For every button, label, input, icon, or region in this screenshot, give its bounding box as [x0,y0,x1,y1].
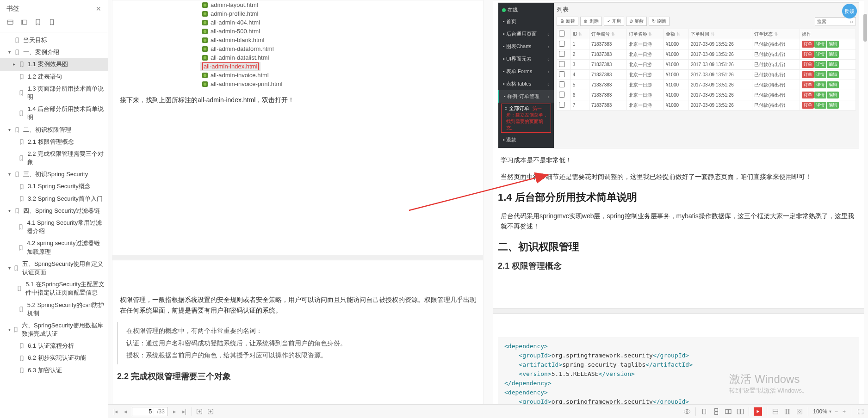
row-checkbox[interactable] [559,71,565,77]
admin-nav-item[interactable]: ▪ UI界面元素‹ [498,53,554,65]
admin-nav-item[interactable]: ▪ 表格 tables‹ [498,78,554,90]
fit-page-icon[interactable] [784,408,791,415]
vertical-scrollbar[interactable] [863,0,867,404]
bookmark-item[interactable]: 当天目标 [0,34,108,46]
bookmark-item[interactable]: 3.2 Spring Security简单入门 [0,193,108,205]
row-action-button[interactable]: 订单 [802,92,814,98]
admin-nav-item[interactable]: ○ 全部订单 第一步：建立左侧菜单，找到需要的页面填充。 [501,104,551,133]
bookmark-item[interactable]: 6.3 加密认证 [0,364,108,376]
fullscreen-icon[interactable] [857,408,864,415]
bookmark-collapse-icon[interactable] [20,18,28,27]
bookmark-item[interactable]: 1.4 后台部分所用技术简单说明 [0,103,108,123]
row-checkbox[interactable] [559,51,565,57]
page-viewport[interactable]: admin-layout.htmladmin-profile.htmlall-a… [108,0,868,404]
search-icon[interactable]: ⌕ [848,18,856,25]
row-checkbox[interactable] [559,92,565,98]
row-action-button[interactable]: 订单 [802,102,814,109]
zoom-out-button[interactable]: − [833,408,839,415]
row-checkbox[interactable] [559,81,565,87]
row-action-button[interactable]: 编辑 [827,51,839,58]
row-action-button[interactable]: 编辑 [827,81,839,88]
row-action-button[interactable]: 编辑 [827,41,839,48]
zoom-in-button[interactable]: + [841,408,847,415]
row-checkbox[interactable] [559,61,565,67]
layout-two-page-icon[interactable] [725,408,732,415]
bookmark-item[interactable]: ▸1.1 案例效果图 [0,58,108,70]
admin-nav-item[interactable]: ▪ 退款 [498,134,554,146]
zoom-dropdown-icon[interactable]: ▾ [829,409,831,414]
row-action-button[interactable]: 编辑 [827,61,839,68]
bookmark-item[interactable]: ▾四、Spring Security过滤器链 [0,205,108,217]
row-action-button[interactable]: 详情 [814,81,826,88]
bookmark-item[interactable]: 1.3 页面部分所用技术简单说明 [0,83,108,103]
admin-toolbar-button[interactable]: 🗑 删除 [580,17,602,26]
table-header: 订单名称 ⇅ [626,29,664,39]
row-action-button[interactable]: 编辑 [827,92,839,98]
row-action-button[interactable]: 订单 [802,71,814,78]
admin-nav-item[interactable]: ▪ 样例-订单管理‹ [498,90,554,103]
bookmark-item[interactable]: 2.2 完成权限管理需要三个对象 [0,148,108,168]
bookmark-item[interactable]: ▾三、初识Spring Security [0,168,108,180]
bookmark-icon[interactable] [34,18,42,27]
bookmark-item[interactable]: 5.1 在SpringSecurity主配置文件中指定认证页面配置信息 [0,278,108,299]
admin-search-input[interactable] [815,18,848,25]
file-item: all-admin-404.html [200,18,478,27]
bookmark-item[interactable]: ▾二、初识权限管理 [0,124,108,136]
last-page-button[interactable]: ▸| [181,408,188,415]
row-action-button[interactable]: 订单 [802,81,814,88]
bookmark-item[interactable]: 4.2 spring security过滤器链加载原理 [0,237,108,258]
play-button[interactable] [754,407,762,416]
feedback-button[interactable]: 反馈 [842,4,857,18]
row-action-button[interactable]: 订单 [802,41,814,48]
add-box-plus-icon[interactable] [207,408,214,415]
close-icon[interactable]: ✕ [96,5,101,12]
row-checkbox[interactable] [559,102,565,108]
add-box-icon[interactable] [196,408,203,415]
bookmark-item[interactable]: ▾五、SpringSecurity使用自定义认证页面 [0,258,108,278]
row-action-button[interactable]: 编辑 [827,102,839,109]
layout-single-icon[interactable] [701,408,708,415]
select-all-checkbox[interactable] [559,31,565,37]
bookmark-item[interactable]: 1.2 建表语句 [0,71,108,83]
admin-toolbar-button[interactable]: 🗎 新建 [557,17,578,26]
row-action-button[interactable]: 详情 [814,102,826,109]
bookmark-item[interactable]: 3.1 Spring Security概念 [0,180,108,192]
html-file-icon [202,46,208,52]
bookmark-item[interactable]: 4.1 Spring Security常用过滤器介绍 [0,217,108,237]
admin-nav-item[interactable]: ▪ 首页 [498,15,554,28]
bookmark-item[interactable]: ▾一、案例介绍 [0,46,108,58]
first-page-button[interactable]: |◂ [112,408,119,415]
bookmark-item[interactable]: ▾六、SpringSecurity使用数据库数据完成认证 [0,320,108,340]
admin-toolbar-button[interactable]: ⊘ 屏蔽 [626,17,647,26]
bookmark-item[interactable]: 2.1 权限管理概念 [0,136,108,148]
bookmarks-tree[interactable]: 当天目标▾一、案例介绍▸1.1 案例效果图1.2 建表语句1.3 页面部分所用技… [0,32,108,418]
admin-nav-item[interactable]: ▪ 表单 Forms‹ [498,65,554,78]
row-action-button[interactable]: 详情 [814,71,826,78]
bookmark-expand-icon[interactable] [6,18,14,27]
page-number-input[interactable] [132,408,154,415]
layout-continuous-icon[interactable] [713,408,720,415]
fit-actual-icon[interactable] [796,408,803,415]
fit-width-icon[interactable] [772,408,779,415]
page-number-box[interactable]: /33 [132,407,168,416]
row-action-button[interactable]: 详情 [814,41,826,48]
row-action-button[interactable]: 详情 [814,51,826,58]
layout-book-icon[interactable] [737,408,744,415]
admin-nav-item[interactable]: ▪ 图表Charts‹ [498,40,554,53]
row-action-button[interactable]: 详情 [814,92,826,98]
row-action-button[interactable]: 订单 [802,51,814,58]
admin-nav-item[interactable]: ▪ 后台通用页面‹ [498,28,554,40]
bookmark-item[interactable]: 6.2 初步实现认证功能 [0,352,108,364]
bookmark-item[interactable]: 5.2 SpringSecurity的csrf防护机制 [0,299,108,320]
bookmark-ribbon-icon[interactable] [48,18,56,27]
admin-toolbar-button[interactable]: ↻ 刷新 [649,17,670,26]
eye-icon[interactable] [683,408,691,415]
row-action-button[interactable]: 详情 [814,61,826,68]
prev-page-button[interactable]: ◂ [123,408,128,415]
row-action-button[interactable]: 订单 [802,61,814,68]
bookmark-item[interactable]: 6.1 认证流程分析 [0,340,108,352]
next-page-button[interactable]: ▸ [172,408,177,415]
row-action-button[interactable]: 编辑 [827,71,839,78]
admin-toolbar-button[interactable]: ✓ 开启 [604,17,625,26]
row-checkbox[interactable] [559,41,565,47]
